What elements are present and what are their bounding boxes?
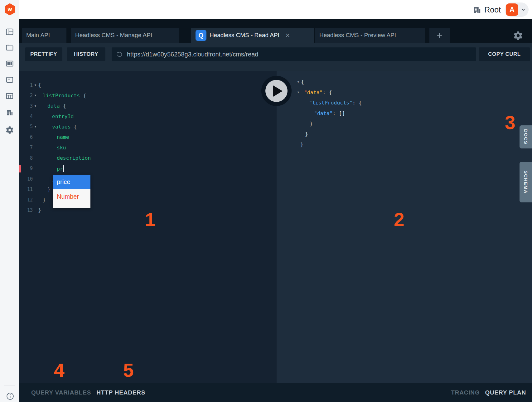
- chevron-down-icon: [520, 7, 526, 12]
- code-text: }: [297, 121, 313, 127]
- line-number: 7: [19, 145, 33, 150]
- execute-button[interactable]: [261, 76, 292, 106]
- line-number: 2: [19, 93, 33, 98]
- line-number: 11: [19, 186, 33, 192]
- tab-headless-cms-preview-api[interactable]: Headless CMS - Preview API: [315, 28, 425, 43]
- fold-arrow-icon[interactable]: ▼: [33, 94, 38, 97]
- folder-icon[interactable]: [5, 43, 14, 52]
- info-icon[interactable]: [6, 392, 14, 400]
- line-number: 6: [19, 134, 33, 140]
- line-number: 10: [19, 176, 33, 182]
- history-button[interactable]: HISTORY: [67, 47, 105, 61]
- query-plan-tab[interactable]: QUERY PLAN: [485, 389, 526, 396]
- line-number: 8: [19, 155, 33, 161]
- tab-headless-cms-manage-api[interactable]: Headless CMS - Manage API: [71, 28, 179, 43]
- prettify-button[interactable]: PRETTIFY: [25, 47, 62, 61]
- editor-line[interactable]: 1▼{: [19, 80, 277, 90]
- sidebar-divider-top: [4, 20, 15, 20]
- autocomplete-popup: priceNumber: [53, 175, 90, 208]
- form-icon[interactable]: [5, 75, 14, 84]
- code-text: }: [297, 142, 303, 148]
- query-tab-icon: Q: [196, 30, 206, 41]
- code-text: }: [297, 131, 308, 137]
- code-text: }: [38, 186, 51, 192]
- bottom-bar: QUERY VARIABLESHTTP HEADERS TRACINGQUERY…: [19, 383, 532, 402]
- result-line: "data": []: [297, 108, 532, 118]
- graphql-playground: Main APIHeadless CMS - Manage APIQHeadle…: [19, 19, 532, 402]
- editor-line[interactable]: 9pr: [19, 163, 277, 174]
- line-number: 1: [19, 82, 33, 88]
- webiny-logo[interactable]: w: [4, 3, 15, 16]
- tracing-tab[interactable]: TRACING: [451, 389, 480, 396]
- query-variables-tab[interactable]: QUERY VARIABLES: [31, 389, 91, 396]
- line-number: 4: [19, 114, 33, 119]
- tab-label: Headless CMS - Preview API: [319, 32, 396, 39]
- tab-label: Main API: [26, 32, 50, 39]
- editor-line[interactable]: 3▼data {: [19, 101, 277, 111]
- line-number: 3: [19, 103, 33, 109]
- sidebar: w: [0, 0, 19, 402]
- settings-icon[interactable]: [5, 126, 14, 134]
- result-line: "listProducts": {: [297, 98, 532, 108]
- tenant-selector-group: Root A: [473, 0, 529, 19]
- result-line: }: [297, 129, 532, 139]
- line-number: 5: [19, 124, 33, 129]
- reload-icon[interactable]: [116, 51, 123, 58]
- gear-icon[interactable]: [513, 31, 523, 41]
- app-root: w: [0, 0, 532, 402]
- fold-arrow-icon[interactable]: ▼: [33, 84, 38, 87]
- editor-line[interactable]: 6name: [19, 132, 277, 142]
- autocomplete-item-number[interactable]: Number: [53, 189, 90, 204]
- tenant-icon[interactable]: [5, 108, 14, 117]
- editor-line[interactable]: 2▼listProducts {: [19, 90, 277, 100]
- fold-arrow-icon[interactable]: ▼: [33, 104, 38, 108]
- tab-main-api[interactable]: Main API: [22, 28, 66, 43]
- sidebar-divider-bottom: [4, 385, 15, 386]
- code-text: data {: [38, 103, 66, 109]
- docs-tab[interactable]: DOCS: [520, 125, 532, 148]
- add-tab-button[interactable]: +: [429, 28, 450, 43]
- code-text: "data": {: [301, 90, 332, 95]
- avatar[interactable]: A: [506, 3, 518, 16]
- query-editor[interactable]: 1▼{2▼listProducts {3▼data {4entryId5▼val…: [19, 71, 277, 383]
- code-text: {: [38, 82, 41, 88]
- fold-arrow-icon[interactable]: ▼: [297, 91, 301, 94]
- endpoint-url-text: https://d1w60y56258g3.cloudfront.net/cms…: [127, 51, 258, 58]
- line-number: 13: [19, 207, 33, 213]
- editor-line[interactable]: 4entryId: [19, 111, 277, 121]
- editor-line[interactable]: 7sku: [19, 143, 277, 153]
- code-text: pr: [38, 165, 64, 172]
- tab-headless-cms-read-api[interactable]: QHeadless CMS - Read API×: [191, 28, 314, 43]
- copy-curl-button[interactable]: COPY CURL: [479, 47, 530, 61]
- workspace: 1▼{2▼listProducts {3▼data {4entryId5▼val…: [19, 71, 532, 383]
- code-text: {: [301, 79, 304, 85]
- line-number: 12: [19, 197, 33, 203]
- fold-arrow-icon[interactable]: ▼: [33, 125, 38, 128]
- result-line: }: [297, 119, 532, 129]
- building-icon: [473, 5, 482, 14]
- schema-tab[interactable]: SCHEMA: [520, 162, 532, 202]
- layout-icon[interactable]: [5, 27, 14, 36]
- code-text: "listProducts": {: [297, 100, 362, 106]
- autocomplete-item-price[interactable]: price: [53, 175, 90, 189]
- http-headers-tab[interactable]: HTTP HEADERS: [96, 389, 145, 396]
- editor-line[interactable]: 8description: [19, 153, 277, 163]
- result-line: }: [297, 139, 532, 150]
- code-text: listProducts {: [38, 93, 86, 99]
- tab-strip: Main APIHeadless CMS - Manage APIQHeadle…: [19, 19, 532, 43]
- result-line: ▼{: [297, 77, 532, 87]
- endpoint-url-input[interactable]: https://d1w60y56258g3.cloudfront.net/cms…: [112, 47, 476, 61]
- tenant-label: Root: [484, 5, 501, 14]
- account-menu-button[interactable]: A: [505, 2, 529, 17]
- code-text: entryId: [38, 114, 74, 119]
- result-line: ▼ "data": {: [297, 87, 532, 97]
- fold-arrow-icon[interactable]: ▼: [297, 80, 301, 84]
- close-tab-icon[interactable]: ×: [285, 31, 290, 39]
- topbar: Root A: [19, 0, 532, 19]
- editor-line[interactable]: 5▼values {: [19, 122, 277, 132]
- play-icon: [265, 80, 288, 102]
- line-number: 9: [19, 166, 33, 171]
- table-icon[interactable]: [5, 92, 14, 100]
- page-builder-icon[interactable]: [5, 59, 14, 68]
- code-text: name: [38, 134, 69, 140]
